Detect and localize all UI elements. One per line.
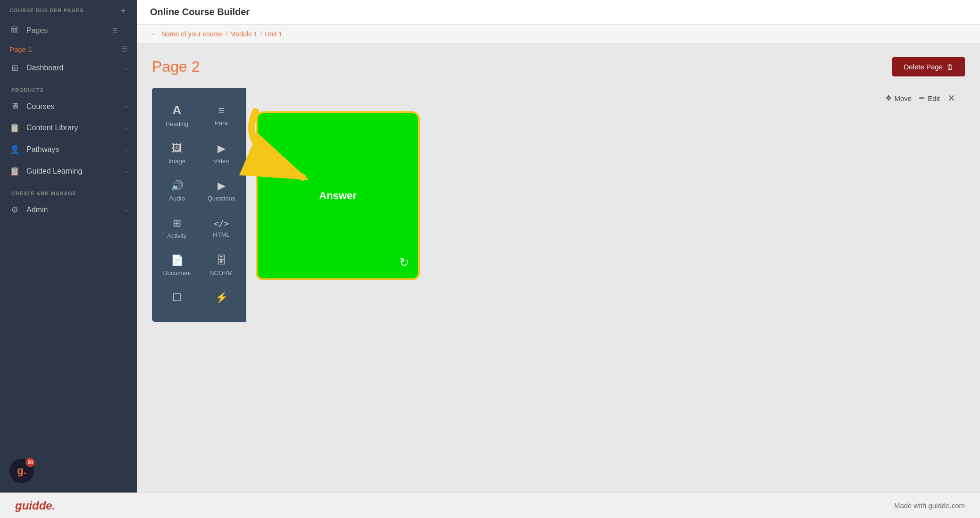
block-scorm[interactable]: 🗄 SCORM bbox=[201, 249, 242, 282]
top-bar: Online Course Builder bbox=[137, 0, 980, 25]
sidebar-item-guided-learning[interactable]: 📋 Guided Learning › bbox=[0, 160, 137, 182]
pathways-icon: 👤 bbox=[9, 144, 20, 155]
card-actions: ✥ Move ✏ Edit ✕ bbox=[886, 92, 955, 104]
sidebar-item-dashboard[interactable]: ⊞ Dashboard › bbox=[0, 57, 137, 79]
add-page-button[interactable]: ＋ bbox=[119, 5, 127, 16]
sidebar: COURSE BUILDER PAGES ＋ 🏛 Pages ☰ Page 1 … bbox=[0, 0, 137, 493]
footer-tagline: Made with guidde.com bbox=[894, 501, 965, 510]
pages-icon: 🏛 bbox=[9, 25, 20, 35]
block-questions[interactable]: ▶ Questions bbox=[201, 174, 242, 208]
page1-item[interactable]: Page 1 ☰ bbox=[9, 41, 127, 57]
close-button[interactable]: ✕ bbox=[947, 92, 955, 104]
pages-chevron: ☰ bbox=[112, 27, 118, 34]
edit-icon: ✏ bbox=[919, 94, 925, 102]
admin-icon: ⚙ bbox=[9, 205, 20, 215]
canvas-area: ✥ Move ✏ Edit ✕ bbox=[246, 88, 965, 285]
block-document[interactable]: 📄 Document bbox=[157, 249, 197, 282]
page1-menu-icon: ☰ bbox=[121, 45, 127, 53]
content-library-chevron: › bbox=[126, 125, 127, 132]
sidebar-item-content-library[interactable]: 📋 Content Library › bbox=[0, 117, 137, 139]
answer-text: Answer bbox=[319, 190, 356, 202]
breadcrumb-sep1: / bbox=[226, 30, 227, 38]
questions-icon: ▶ bbox=[218, 180, 226, 192]
block1-icon: ☐ bbox=[172, 292, 182, 304]
breadcrumb: ← Name of your course / Module 1 / Unit … bbox=[137, 25, 980, 44]
guided-learning-chevron: › bbox=[126, 168, 127, 175]
block-heading[interactable]: A Heading bbox=[157, 97, 197, 133]
breadcrumb-back-arrow[interactable]: ← bbox=[150, 30, 157, 38]
sidebar-item-pathways[interactable]: 👤 Pathways › bbox=[0, 139, 137, 160]
create-and-manage-label: CREATE AND MANAGE bbox=[0, 182, 137, 199]
heading-icon: A bbox=[173, 103, 182, 117]
page-area: Page 2 Delete Page 🗑 A Heading ≡ bbox=[137, 44, 980, 493]
refresh-icon[interactable]: ↻ bbox=[399, 255, 410, 270]
html-icon: </> bbox=[214, 218, 229, 228]
selected-card-wrapper: Answer ↻ bbox=[256, 111, 420, 280]
image-icon: 🖼 bbox=[172, 142, 182, 155]
page-title: Page 2 bbox=[152, 58, 200, 75]
footer-bar: guidde. Made with guidde.com bbox=[0, 493, 980, 518]
scorm-icon: 🗄 bbox=[216, 254, 226, 267]
block-extra2[interactable]: ⚡ bbox=[201, 286, 242, 312]
answer-card[interactable]: Answer ↻ bbox=[258, 113, 418, 278]
guidde-logo: guidde. bbox=[15, 499, 55, 512]
move-icon: ✥ bbox=[886, 94, 892, 102]
builder-row: A Heading ≡ Para 🖼 Image ▶ bbox=[152, 88, 965, 322]
pathways-chevron: › bbox=[126, 146, 127, 153]
guided-learning-icon: 📋 bbox=[9, 166, 20, 176]
block-audio[interactable]: 🔊 Audio bbox=[157, 174, 197, 208]
move-button[interactable]: ✥ Move bbox=[886, 94, 912, 102]
dashboard-icon: ⊞ bbox=[9, 63, 20, 73]
block2-icon: ⚡ bbox=[215, 292, 228, 304]
page-header: Page 2 Delete Page 🗑 bbox=[152, 57, 965, 76]
breadcrumb-sep2: / bbox=[260, 30, 262, 38]
pages-item[interactable]: 🏛 Pages ☰ bbox=[9, 20, 127, 41]
course-builder-pages-label: COURSE BUILDER PAGES ＋ bbox=[9, 5, 127, 16]
block-picker: A Heading ≡ Para 🖼 Image ▶ bbox=[152, 88, 246, 322]
avatar: g. 28 bbox=[9, 459, 34, 483]
edit-button[interactable]: ✏ Edit bbox=[919, 94, 940, 102]
block-extra1[interactable]: ☐ bbox=[157, 286, 197, 312]
video-icon: ▶ bbox=[218, 142, 226, 155]
products-label: PRODUCTS bbox=[0, 79, 137, 96]
delete-page-button[interactable]: Delete Page 🗑 bbox=[892, 57, 965, 76]
sidebar-item-courses[interactable]: 🖥 Courses › bbox=[0, 96, 137, 117]
courses-icon: 🖥 bbox=[9, 101, 20, 111]
block-image[interactable]: 🖼 Image bbox=[157, 137, 197, 170]
block-html[interactable]: </> HTML bbox=[201, 211, 242, 245]
admin-chevron: › bbox=[126, 207, 127, 214]
trash-icon: 🗑 bbox=[946, 63, 954, 71]
sidebar-item-admin[interactable]: ⚙ Admin › bbox=[0, 199, 137, 221]
block-para[interactable]: ≡ Para bbox=[201, 97, 242, 133]
document-icon: 📄 bbox=[171, 254, 184, 267]
courses-chevron: › bbox=[126, 103, 127, 110]
content-library-icon: 📋 bbox=[9, 123, 20, 133]
block-video[interactable]: ▶ Video bbox=[201, 137, 242, 170]
activity-icon: ⊞ bbox=[173, 217, 181, 229]
audio-icon: 🔊 bbox=[171, 180, 184, 192]
main-content: Online Course Builder ← Name of your cou… bbox=[137, 0, 980, 493]
block-activity[interactable]: ⊞ Activity bbox=[157, 211, 197, 245]
breadcrumb-unit[interactable]: Unit 1 bbox=[265, 30, 282, 38]
breadcrumb-course[interactable]: Name of your course bbox=[161, 30, 223, 38]
para-icon: ≡ bbox=[218, 104, 225, 117]
dashboard-chevron: › bbox=[126, 65, 127, 72]
breadcrumb-module[interactable]: Module 1 bbox=[230, 30, 258, 38]
notification-badge: 28 bbox=[25, 458, 35, 467]
user-avatar-area: g. 28 bbox=[0, 449, 137, 493]
